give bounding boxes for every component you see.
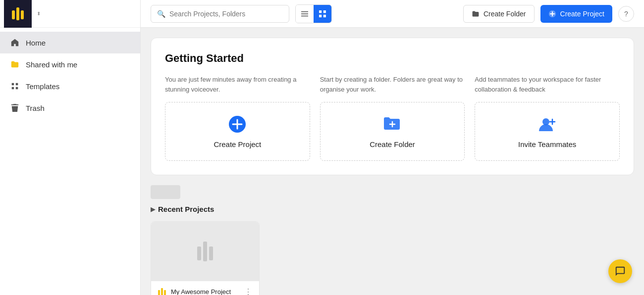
svg-rect-4: [323, 10, 326, 13]
logo-icon: [12, 7, 24, 20]
svg-rect-0: [301, 11, 308, 12]
sidebar-item-home[interactable]: Home: [0, 32, 140, 53]
svg-rect-2: [301, 15, 308, 16]
getting-started-grid: You are just few minutes away from creat…: [165, 75, 620, 161]
gs-desc-create-project: You are just few minutes away from creat…: [165, 75, 310, 94]
projects-grid: My Awesome Project ⋮: [151, 221, 634, 295]
app-logo: [4, 0, 32, 28]
templates-icon: [10, 81, 20, 91]
gs-col-invite-teammates: Add teammates to your workspace for fast…: [475, 75, 620, 161]
gs-action-invite-teammates-label: Invite Teammates: [518, 140, 576, 148]
table-row[interactable]: My Awesome Project ⋮: [151, 221, 260, 295]
svg-rect-3: [319, 10, 322, 13]
gs-col-create-project: You are just few minutes away from creat…: [165, 75, 310, 161]
sidebar-item-trash[interactable]: Trash: [0, 97, 140, 119]
recent-projects-label: Recent Projects: [158, 205, 214, 213]
trash-icon: [10, 103, 20, 113]
svg-rect-6: [323, 14, 326, 17]
svg-rect-5: [319, 14, 322, 17]
thumb-bar-3: [209, 246, 213, 260]
gs-action-create-folder[interactable]: Create Folder: [320, 102, 465, 161]
project-logo-small: [157, 287, 167, 295]
invite-teammates-card-icon: [537, 114, 557, 134]
recent-projects-header[interactable]: ▶ Recent Projects: [151, 205, 634, 213]
search-box[interactable]: 🔍: [151, 5, 289, 23]
logo-bar-3: [21, 10, 24, 19]
sidebar-item-trash-label: Trash: [26, 104, 45, 112]
view-toggle: [295, 4, 332, 23]
chat-fab-button[interactable]: [608, 259, 632, 283]
content-area: Getting Started You are just few minutes…: [141, 28, 644, 295]
help-button[interactable]: ?: [618, 6, 634, 22]
thumb-bar-1: [197, 246, 201, 260]
create-folder-card-icon: [382, 114, 402, 134]
create-project-button[interactable]: Create Project: [540, 5, 612, 23]
topbar: 🔍 Create Folder Create Project ?: [141, 0, 644, 28]
filter-placeholder: [151, 185, 180, 199]
gs-action-invite-teammates[interactable]: Invite Teammates: [475, 102, 620, 161]
gs-action-create-folder-label: Create Folder: [370, 140, 415, 148]
chevron-icon: ▶: [151, 206, 155, 213]
create-project-card-icon: [227, 114, 247, 134]
list-view-button[interactable]: [296, 5, 314, 23]
search-icon: 🔍: [157, 10, 165, 18]
gs-action-create-project[interactable]: Create Project: [165, 102, 310, 161]
home-icon: [10, 38, 20, 48]
logo-bar-1: [12, 10, 15, 19]
thumb-bar-2: [203, 242, 207, 261]
sidebar-header: ⬍: [0, 0, 140, 28]
grid-view-button[interactable]: [314, 5, 331, 23]
search-input[interactable]: [169, 10, 283, 18]
create-project-label: Create Project: [560, 10, 604, 18]
svg-point-9: [542, 118, 549, 125]
create-folder-button[interactable]: Create Folder: [463, 5, 535, 23]
project-thumbnail: [151, 222, 259, 281]
logo-bar-2: [16, 7, 19, 20]
project-menu-button[interactable]: ⋮: [243, 286, 253, 295]
project-footer: My Awesome Project ⋮: [151, 281, 259, 295]
gs-desc-create-folder: Start by creating a folder. Folders are …: [320, 75, 465, 94]
getting-started-title: Getting Started: [165, 52, 620, 65]
gs-desc-invite-teammates: Add teammates to your workspace for fast…: [475, 75, 620, 94]
sidebar: ⬍ Home Shared with me Templates Trash: [0, 0, 141, 295]
create-folder-label: Create Folder: [483, 10, 526, 18]
sidebar-item-shared-label: Shared with me: [26, 60, 77, 69]
workspace-switcher[interactable]: ⬍: [32, 8, 136, 19]
sidebar-item-home-label: Home: [26, 39, 46, 47]
project-name: My Awesome Project: [171, 288, 239, 295]
gs-action-create-project-label: Create Project: [214, 140, 261, 148]
gs-col-create-folder: Start by creating a folder. Folders are …: [320, 75, 465, 161]
getting-started-card: Getting Started You are just few minutes…: [151, 38, 634, 175]
chevron-ud-icon: ⬍: [37, 11, 41, 16]
main-content: 🔍 Create Folder Create Project ? Getting…: [141, 0, 644, 295]
sidebar-item-templates[interactable]: Templates: [0, 75, 140, 97]
recent-section: ▶ Recent Projects: [151, 185, 634, 295]
sidebar-nav: Home Shared with me Templates Trash: [0, 28, 140, 295]
sidebar-item-shared[interactable]: Shared with me: [0, 53, 140, 75]
sidebar-item-templates-label: Templates: [26, 82, 59, 91]
svg-rect-1: [301, 13, 308, 14]
thumb-logo: [197, 242, 213, 261]
folder-shared-icon: [10, 59, 20, 69]
